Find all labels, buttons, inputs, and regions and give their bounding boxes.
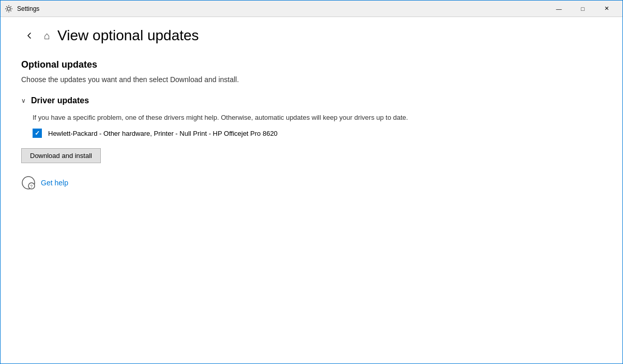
driver-item-label: Hewlett-Packard - Other hardware, Printe… [48, 130, 278, 137]
close-button[interactable]: ✕ [595, 1, 618, 17]
driver-item: ✓ Hewlett-Packard - Other hardware, Prin… [33, 129, 602, 138]
chevron-down-icon: ∨ [21, 97, 26, 104]
content-area: ⌂ View optional updates Optional updates… [1, 17, 622, 363]
page-header: ⌂ View optional updates [21, 27, 602, 44]
svg-text:?: ? [30, 184, 33, 189]
section-title: Optional updates [21, 59, 602, 70]
download-install-button[interactable]: Download and install [21, 148, 101, 163]
minimize-button[interactable]: — [547, 1, 571, 17]
driver-description: If you have a specific problem, one of t… [33, 114, 602, 121]
home-icon: ⌂ [44, 30, 50, 42]
get-help-icon: ? [21, 176, 36, 190]
get-help-row: ? Get help [21, 176, 602, 190]
main-content: ⌂ View optional updates Optional updates… [1, 17, 622, 363]
window-controls: — □ ✕ [547, 1, 618, 17]
driver-checkbox[interactable]: ✓ [33, 129, 42, 138]
maximize-button[interactable]: □ [571, 1, 595, 17]
settings-window: Settings — □ ✕ ⌂ View optional updates O… [0, 0, 623, 364]
back-button[interactable] [21, 27, 38, 44]
titlebar: Settings — □ ✕ [1, 1, 622, 17]
checkmark-icon: ✓ [35, 130, 40, 137]
page-title: View optional updates [57, 27, 199, 44]
svg-point-0 [7, 7, 10, 10]
driver-updates-toggle[interactable]: ∨ Driver updates [21, 96, 602, 105]
settings-icon [5, 5, 13, 13]
section-description: Choose the updates you want and then sel… [21, 75, 602, 84]
driver-updates-label: Driver updates [31, 96, 89, 105]
window-title: Settings [17, 5, 547, 12]
get-help-link[interactable]: Get help [41, 179, 68, 187]
